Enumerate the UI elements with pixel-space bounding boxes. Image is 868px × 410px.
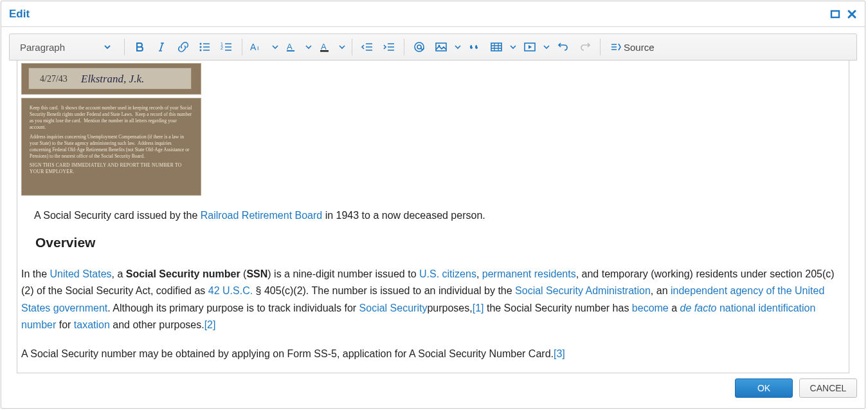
dialog-title: Edit — [9, 8, 30, 21]
link-42-usc[interactable]: 42 U.S.C. — [208, 285, 253, 296]
dialog-footer: OK CANCEL — [1, 373, 865, 404]
chevron-down-icon — [455, 44, 461, 50]
svg-point-1 — [200, 43, 202, 45]
heading-overview: Overview — [35, 232, 845, 254]
image-caption: A Social Security card issued by the Rai… — [34, 207, 845, 224]
chevron-down-icon — [305, 44, 312, 50]
numbered-list-button[interactable]: 12 — [217, 37, 237, 57]
link-railroad-board[interactable]: Railroad Retirement Board — [201, 210, 322, 221]
card-signature: Elkstrand, J.k. — [81, 70, 144, 88]
chevron-down-icon — [510, 44, 516, 50]
font-color-button[interactable]: A — [316, 37, 335, 57]
editor-toolbar: Paragraph 12 AI — [9, 33, 857, 61]
mention-button[interactable] — [410, 37, 429, 57]
font-color-chevron[interactable] — [338, 37, 347, 57]
source-icon — [610, 41, 621, 53]
link-button[interactable] — [174, 37, 193, 57]
close-icon[interactable] — [847, 9, 857, 19]
content-image-card-front: 4/27/43 Elkstrand, J.k. — [21, 63, 201, 95]
link-ssa[interactable]: Social Security Administration — [515, 285, 651, 296]
chevron-down-icon — [339, 44, 345, 50]
maximize-icon[interactable] — [830, 9, 840, 19]
link-de-facto[interactable]: de facto — [680, 303, 717, 313]
svg-point-3 — [200, 50, 202, 51]
bulleted-list-button[interactable] — [195, 37, 215, 57]
table-button[interactable] — [487, 37, 506, 57]
redo-button[interactable] — [575, 37, 595, 57]
svg-point-13 — [417, 45, 421, 49]
svg-text:2: 2 — [221, 46, 223, 50]
media-chevron[interactable] — [542, 37, 551, 57]
cancel-button[interactable]: CANCEL — [799, 378, 857, 398]
image-chevron[interactable] — [453, 37, 462, 57]
link-become[interactable]: become — [632, 303, 669, 313]
bold-button[interactable] — [130, 37, 149, 57]
indent-button[interactable] — [379, 37, 399, 57]
ref-1[interactable]: [1] — [473, 303, 484, 313]
svg-text:A: A — [321, 42, 327, 51]
image-button[interactable] — [431, 37, 451, 57]
link-united-states[interactable]: United States — [50, 268, 111, 279]
edit-dialog: Edit Paragraph — [1, 1, 865, 409]
link-permanent-residents[interactable]: permanent residents — [482, 268, 576, 279]
style-select-label: Paragraph — [20, 42, 65, 53]
media-button[interactable] — [520, 37, 539, 57]
ref-2[interactable]: [2] — [204, 319, 216, 330]
link-taxation[interactable]: taxation — [74, 319, 110, 330]
link-social-security[interactable]: Social Security — [359, 303, 428, 313]
source-button[interactable]: Source — [606, 37, 658, 57]
paragraph-2: A Social Security number may be obtained… — [21, 346, 845, 362]
editor-area[interactable]: 4/27/43 Elkstrand, J.k. Keep this card. … — [17, 61, 849, 373]
chevron-down-icon — [272, 44, 278, 50]
italic-button[interactable] — [152, 37, 171, 57]
svg-text:A: A — [287, 42, 293, 51]
paragraph-1: In the United States, a Social Security … — [21, 266, 845, 334]
dialog-header: Edit — [1, 1, 865, 27]
outdent-button[interactable] — [357, 37, 377, 57]
svg-rect-14 — [436, 43, 446, 51]
svg-text:I: I — [257, 45, 259, 51]
chevron-down-icon — [104, 43, 111, 51]
svg-point-12 — [415, 42, 424, 51]
chevron-down-icon — [543, 44, 550, 50]
source-label: Source — [624, 42, 655, 53]
font-background-chevron[interactable] — [304, 37, 313, 57]
svg-rect-0 — [831, 11, 839, 17]
undo-button[interactable] — [554, 37, 573, 57]
font-size-chevron[interactable] — [271, 37, 280, 57]
ref-3[interactable]: [3] — [554, 348, 565, 359]
svg-rect-9 — [287, 50, 294, 51]
svg-point-2 — [200, 46, 202, 48]
font-background-button[interactable]: A — [282, 37, 302, 57]
table-chevron[interactable] — [509, 37, 518, 57]
font-size-button[interactable]: AI — [248, 37, 268, 57]
card-date: 4/27/43 — [40, 71, 68, 86]
style-select[interactable]: Paragraph — [14, 37, 118, 57]
ok-button[interactable]: OK — [735, 378, 793, 398]
link-us-citizens[interactable]: U.S. citizens — [419, 268, 476, 279]
svg-text:A: A — [250, 42, 257, 52]
svg-rect-11 — [320, 50, 329, 52]
blockquote-button[interactable] — [465, 37, 484, 57]
svg-rect-16 — [491, 43, 502, 51]
content-image-card-back: Keep this card. It shows the account num… — [21, 98, 201, 196]
